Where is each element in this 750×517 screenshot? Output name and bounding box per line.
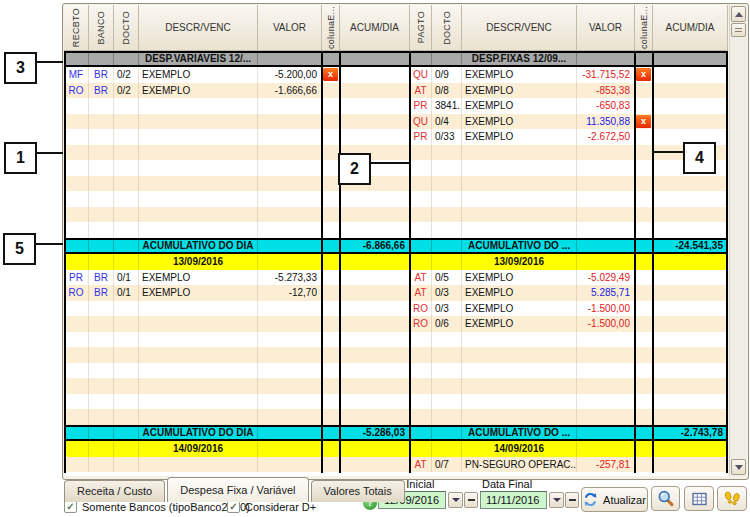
cell — [635, 332, 653, 348]
column-header-label: DESCR/VENC — [165, 22, 231, 33]
callout-3-line — [33, 61, 63, 63]
table-row[interactable] — [64, 207, 728, 223]
cell — [577, 176, 635, 192]
table-row[interactable] — [64, 409, 728, 425]
cell — [635, 316, 653, 332]
excluded-x-icon[interactable]: x — [636, 68, 651, 81]
atualizar-button[interactable]: Atualizar — [581, 487, 648, 512]
cell — [653, 207, 728, 223]
column-header-descr-venc[interactable]: DESCR/VENC — [462, 5, 577, 51]
table-row[interactable]: ROBR0/1EXEMPLO-12,70AT0/3EXEMPLO5.285,71 — [64, 285, 728, 301]
cell — [340, 67, 410, 83]
cell — [340, 222, 410, 238]
column-header-label: VALOR — [273, 22, 306, 33]
cell — [322, 301, 340, 317]
cell — [462, 222, 577, 238]
table-row[interactable]: MFBR0/2EXEMPLO-5.200,00xQU0/9EXEMPLO-31.… — [64, 67, 728, 83]
cell — [89, 409, 114, 425]
date-row[interactable]: 13/09/201613/09/2016 — [64, 254, 728, 270]
cell: -12,70 — [258, 285, 322, 301]
table-row[interactable] — [64, 222, 728, 238]
cell — [64, 316, 89, 332]
column-header-colunae-[interactable]: colunaE... — [322, 5, 340, 51]
cell — [258, 222, 322, 238]
cell — [114, 378, 139, 394]
column-header-pagto[interactable]: PAGTO — [410, 5, 432, 51]
data-final-input[interactable]: 11/11/2016 — [480, 491, 547, 509]
cell — [340, 332, 410, 348]
excluded-x-icon[interactable]: x — [636, 115, 651, 128]
grid-view-button[interactable] — [684, 486, 714, 511]
scroll-up-button[interactable] — [731, 6, 746, 22]
table-row[interactable]: QU0/4EXEMPLO11.350,88x — [64, 114, 728, 130]
column-header-acum-dia[interactable]: ACUM/DIA — [340, 5, 410, 51]
data-final-dropdown-button[interactable] — [549, 492, 564, 508]
cell — [462, 176, 577, 192]
cell — [139, 378, 258, 394]
cell — [577, 53, 635, 65]
table-row[interactable]: PR0/33EXEMPLO-2.672,50 — [64, 129, 728, 145]
data-final-minus-button[interactable] — [565, 492, 579, 508]
table-row[interactable]: AT0/7PN-SEGURO OPERAC...-257,81 — [64, 457, 728, 473]
table-row[interactable] — [64, 332, 728, 348]
search-button[interactable] — [651, 486, 680, 511]
table-row[interactable]: RO0/3EXEMPLO-1.500,00 — [64, 301, 728, 317]
column-header-acum-dia[interactable]: ACUM/DIA — [653, 5, 728, 51]
section-band-row[interactable]: DESP.VARIAVEIS 12/...DESP.FIXAS 12/09... — [64, 51, 728, 67]
column-header-descr-venc[interactable]: DESCR/VENC — [139, 5, 258, 51]
cell — [432, 378, 462, 394]
callout-5-line — [32, 243, 63, 245]
column-header-colunae-[interactable]: colunaE... — [635, 5, 653, 51]
footprints-button[interactable] — [717, 486, 747, 511]
column-header-banco[interactable]: BANCO — [89, 5, 114, 51]
table-row[interactable] — [64, 394, 728, 410]
cell: -5.029,49 — [577, 270, 635, 286]
cell: ACUMULATIVO DO DIA — [139, 240, 258, 252]
cell — [64, 207, 89, 223]
cell — [114, 332, 139, 348]
cell — [322, 285, 340, 301]
scrollbar-thumb[interactable] — [731, 23, 746, 37]
cell — [653, 67, 728, 83]
cell — [258, 53, 322, 65]
column-header-docto[interactable]: DOCTO — [114, 5, 139, 51]
acumulativo-row[interactable]: ACUMULATIVO DO DIA-5.286,03ACUMULATIVO D… — [64, 425, 728, 441]
table-row[interactable] — [64, 347, 728, 363]
cell — [322, 98, 340, 114]
excluded-x-icon[interactable]: x — [323, 68, 338, 81]
table-row[interactable]: PR3841...EXEMPLO-650,83 — [64, 98, 728, 114]
table-row[interactable]: RO0/6EXEMPLO-1.500,00 — [64, 316, 728, 332]
data-inicial-minus-button[interactable] — [464, 492, 478, 508]
cell — [322, 363, 340, 379]
cell — [89, 347, 114, 363]
column-header-docto[interactable]: DOCTO — [432, 5, 462, 51]
data-inicial-dropdown-button[interactable] — [448, 492, 463, 508]
column-header-recbto[interactable]: RECBTO — [64, 5, 89, 51]
table-row[interactable] — [64, 378, 728, 394]
scroll-down-button[interactable] — [731, 459, 746, 475]
cell: 0/6 — [432, 316, 462, 332]
cell — [89, 254, 114, 270]
cell — [64, 427, 89, 439]
date-row[interactable]: 14/09/201614/09/2016 — [64, 441, 728, 457]
cell — [410, 363, 432, 379]
tab-despesa-fixa-variavel[interactable]: Despesa Fixa / Variável — [167, 477, 308, 502]
minus-icon — [569, 499, 576, 501]
column-header-valor[interactable]: VALOR — [258, 5, 322, 51]
cell — [89, 427, 114, 439]
acumulativo-row[interactable]: ACUMULATIVO DO DIA-6.866,66ACUMULATIVO D… — [64, 238, 728, 254]
tab-valores-totais[interactable]: Valores Totais — [311, 480, 405, 502]
cell — [635, 270, 653, 286]
table-row[interactable] — [64, 176, 728, 192]
tab-receita-custo[interactable]: Receita / Custo — [64, 480, 165, 502]
table-row[interactable]: ROBR0/2EXEMPLO-1.666,66AT0/8EXEMPLO-853,… — [64, 83, 728, 99]
table-row[interactable] — [64, 191, 728, 207]
grid-content: RECBTOBANCODOCTODESCR/VENCVALORcolunaE..… — [64, 5, 728, 476]
cell — [410, 176, 432, 192]
table-row[interactable]: PRBR0/1EXEMPLO-5.273,33AT0/5EXEMPLO-5.02… — [64, 270, 728, 286]
cell — [139, 222, 258, 238]
table-row[interactable] — [64, 145, 728, 161]
column-header-valor[interactable]: VALOR — [577, 5, 635, 51]
vertical-scrollbar[interactable] — [729, 5, 747, 476]
table-row[interactable] — [64, 363, 728, 379]
